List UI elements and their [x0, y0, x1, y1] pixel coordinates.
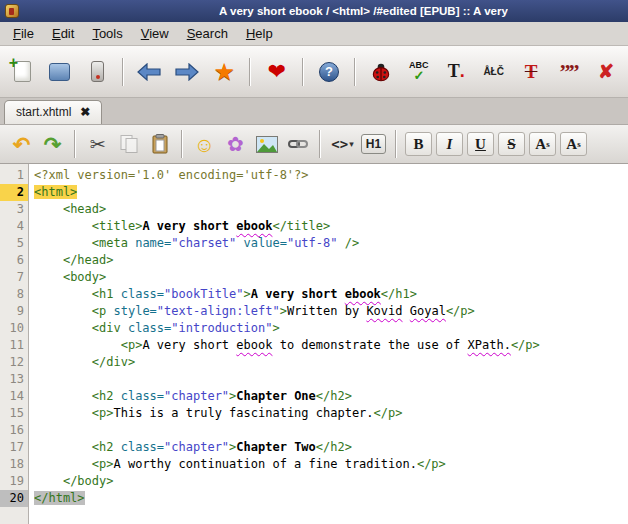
checkmark-icon: ✓: [413, 70, 424, 82]
line-number: 11: [0, 337, 28, 354]
code-editor[interactable]: 1234567891011121314151617181920 <?xml ve…: [0, 164, 628, 524]
strikethrough-t-icon: T: [525, 62, 538, 81]
strikethrough-button[interactable]: S: [498, 132, 525, 156]
menu-tools[interactable]: Tools: [83, 23, 131, 44]
code-line-2[interactable]: <html>: [29, 184, 628, 201]
line-text: </body>: [34, 474, 113, 488]
save-button[interactable]: [43, 53, 75, 91]
donate-button[interactable]: ❤: [260, 53, 292, 91]
tab-start-xhtml[interactable]: start.xhtml ✖: [4, 100, 102, 124]
code-line-16[interactable]: [29, 422, 628, 439]
highlighted-line-text: <html>: [34, 185, 77, 199]
back-arrow-icon: [136, 63, 162, 81]
spellcheck-button[interactable]: ABC ✓: [403, 53, 435, 91]
line-number: 9: [0, 303, 28, 320]
line-number: 19: [0, 473, 28, 490]
copy-button[interactable]: [115, 130, 142, 158]
insert-image-button[interactable]: [253, 130, 280, 158]
line-text: <p style="text-align:left">Written by Ko…: [34, 304, 475, 318]
code-line-1[interactable]: <?xml version='1.0' encoding='utf-8'?>: [29, 167, 628, 184]
smarten-punctuation-button[interactable]: ””: [552, 53, 584, 91]
superscript-a-glyph: A: [566, 136, 577, 153]
code-line-9[interactable]: <p style="text-align:left">Written by Ko…: [29, 303, 628, 320]
red-x-icon: ✘: [598, 62, 614, 81]
bold-button[interactable]: B: [405, 132, 432, 156]
code-line-14[interactable]: <h2 class="chapter">Chapter One</h2>: [29, 388, 628, 405]
insert-tag-button[interactable]: <> ▾: [329, 130, 356, 158]
insert-flower-button[interactable]: ✿: [222, 130, 249, 158]
line-number: 3: [0, 201, 28, 218]
code-line-6[interactable]: </head>: [29, 252, 628, 269]
code-line-4[interactable]: <title>A very short ebook</title>: [29, 218, 628, 235]
report-bug-button[interactable]: [365, 53, 397, 91]
line-text: <?xml version='1.0' encoding='utf-8'?>: [34, 168, 309, 182]
line-number: 12: [0, 354, 28, 371]
code-line-3[interactable]: <head>: [29, 201, 628, 218]
redo-button[interactable]: ↷: [39, 130, 66, 158]
menu-edit[interactable]: Edit: [43, 23, 83, 44]
delete-button[interactable]: ✘: [590, 53, 622, 91]
bookmark-button[interactable]: ★: [208, 53, 240, 91]
text-case-button[interactable]: T.: [440, 53, 472, 91]
code-line-13[interactable]: [29, 371, 628, 388]
line-text: <body>: [34, 270, 106, 284]
letter-t-icon: T: [448, 61, 460, 81]
line-text: <h1 class="bookTitle">A very short ebook…: [34, 287, 417, 301]
tab-close-icon[interactable]: ✖: [80, 106, 90, 118]
code-line-19[interactable]: </body>: [29, 473, 628, 490]
menu-help[interactable]: Help: [237, 23, 282, 44]
line-number: 7: [0, 269, 28, 286]
code-line-10[interactable]: <div class="introduction">: [29, 320, 628, 337]
link-icon: [288, 136, 308, 152]
code-line-18[interactable]: <p>A worthy continuation of a fine tradi…: [29, 456, 628, 473]
line-number: 15: [0, 405, 28, 422]
back-button[interactable]: [133, 53, 165, 91]
line-number: 17: [0, 439, 28, 456]
image-icon: [256, 136, 278, 153]
cut-button[interactable]: ✂: [84, 130, 111, 158]
menu-view[interactable]: View: [132, 23, 178, 44]
clipboard-icon: [150, 134, 170, 154]
new-file-button[interactable]: +: [6, 53, 38, 91]
line-number: 1: [0, 167, 28, 184]
insert-smiley-button[interactable]: ☺: [191, 130, 218, 158]
menu-bar: FileEditToolsViewSearchHelp: [0, 22, 628, 46]
window-title: A very short ebook / <html> /#edited [EP…: [219, 5, 508, 17]
code-line-17[interactable]: <h2 class="chapter">Chapter Two</h2>: [29, 439, 628, 456]
superscript-button[interactable]: As: [560, 132, 587, 156]
code-line-12[interactable]: </div>: [29, 354, 628, 371]
application-window: A very short ebook / <html> /#edited [EP…: [0, 0, 628, 524]
paste-button[interactable]: [146, 130, 173, 158]
code-line-5[interactable]: <meta name="charset" value="utf-8" />: [29, 235, 628, 252]
line-text: <p>A worthy continuation of a fine tradi…: [34, 457, 446, 471]
red-dot-glyph: .: [460, 61, 465, 81]
code-line-15[interactable]: <p>This is a truly fascinating chapter.<…: [29, 405, 628, 422]
toolbar-separator: [395, 130, 397, 158]
undo-button[interactable]: ↶: [8, 130, 35, 158]
subscript-button[interactable]: As: [529, 132, 556, 156]
help-button[interactable]: ?: [313, 53, 345, 91]
device-button[interactable]: [81, 53, 113, 91]
code-line-7[interactable]: <body>: [29, 269, 628, 286]
line-number: 4: [0, 218, 28, 235]
italic-button[interactable]: I: [436, 132, 463, 156]
insert-link-button[interactable]: [284, 130, 311, 158]
code-area[interactable]: <?xml version='1.0' encoding='utf-8'?><h…: [29, 164, 628, 524]
line-text: <meta name="charset" value="utf-8" />: [34, 236, 359, 250]
special-characters-button[interactable]: ÅŁČ: [477, 53, 509, 91]
toolbar-separator: [181, 130, 183, 158]
underline-button[interactable]: U: [467, 132, 494, 156]
menu-file[interactable]: File: [4, 23, 43, 44]
forward-button[interactable]: [171, 53, 203, 91]
heading-level-button[interactable]: H1: [360, 130, 387, 158]
code-line-8[interactable]: <h1 class="bookTitle">A very short ebook…: [29, 286, 628, 303]
line-text: <h2 class="chapter">Chapter Two</h2>: [34, 440, 352, 454]
quotes-icon: ””: [559, 64, 577, 80]
toolbar-separator: [74, 130, 76, 158]
menu-search[interactable]: Search: [178, 23, 237, 44]
code-line-20[interactable]: </html>: [29, 490, 628, 507]
code-line-11[interactable]: <p>A very short ebook to demonstrate the…: [29, 337, 628, 354]
flower-icon: ✿: [227, 134, 244, 154]
remove-formatting-button[interactable]: T: [515, 53, 547, 91]
tab-label: start.xhtml: [16, 105, 71, 119]
